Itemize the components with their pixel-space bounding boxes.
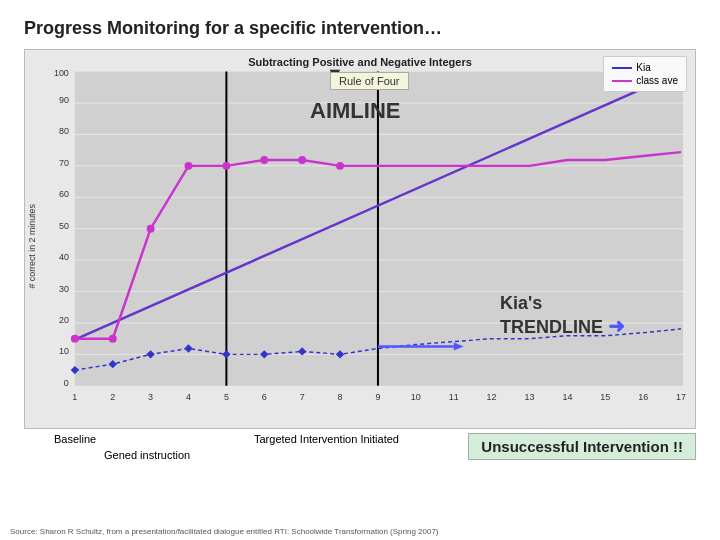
svg-text:6: 6 xyxy=(262,392,267,402)
gened-label: Gened instruction xyxy=(104,449,190,461)
svg-point-44 xyxy=(147,225,155,233)
legend-ave-line xyxy=(612,80,632,82)
unsuccessful-badge: Unsuccessful Intervention !! xyxy=(468,433,696,460)
page-container: Progress Monitoring for a specific inter… xyxy=(0,0,720,540)
svg-text:70: 70 xyxy=(59,158,69,168)
svg-text:60: 60 xyxy=(59,189,69,199)
aimline-label: AIMLINE xyxy=(310,98,400,124)
svg-text:0: 0 xyxy=(64,378,69,388)
svg-point-48 xyxy=(298,156,306,164)
svg-text:20: 20 xyxy=(59,315,69,325)
page-title: Progress Monitoring for a specific inter… xyxy=(24,18,696,39)
chart-area: Subtracting Positive and Negative Intege… xyxy=(24,49,696,429)
bottom-labels: Baseline Targeted Intervention Initiated… xyxy=(24,431,696,481)
svg-text:4: 4 xyxy=(186,392,191,402)
legend-ave-label: class ave xyxy=(636,75,678,86)
legend-kia-label: Kia xyxy=(636,62,650,73)
svg-text:9: 9 xyxy=(375,392,380,402)
svg-text:50: 50 xyxy=(59,221,69,231)
svg-text:90: 90 xyxy=(59,95,69,105)
svg-text:3: 3 xyxy=(148,392,153,402)
rule-of-four-label: Rule of Four xyxy=(330,72,409,90)
svg-text:11: 11 xyxy=(449,392,459,402)
svg-text:1: 1 xyxy=(72,392,77,402)
svg-point-49 xyxy=(336,162,344,170)
targeted-label: Targeted Intervention Initiated xyxy=(254,433,399,445)
svg-text:7: 7 xyxy=(300,392,305,402)
legend-kia: Kia xyxy=(612,62,678,73)
svg-text:10: 10 xyxy=(411,392,421,402)
svg-text:12: 12 xyxy=(487,392,497,402)
svg-point-43 xyxy=(109,335,117,343)
legend: Kia class ave xyxy=(603,56,687,92)
svg-text:2: 2 xyxy=(110,392,115,402)
svg-text:80: 80 xyxy=(59,126,69,136)
svg-text:30: 30 xyxy=(59,284,69,294)
trendline-label: Kia'sTRENDLINE ➜ xyxy=(500,293,625,338)
svg-text:# correct in 2 minutes: # correct in 2 minutes xyxy=(27,204,37,289)
svg-point-45 xyxy=(185,162,193,170)
svg-point-42 xyxy=(71,335,79,343)
svg-text:5: 5 xyxy=(224,392,229,402)
legend-kia-line xyxy=(612,67,632,69)
chart-wrapper: Subtracting Positive and Negative Intege… xyxy=(24,49,696,434)
svg-text:40: 40 xyxy=(59,252,69,262)
svg-text:14: 14 xyxy=(562,392,572,402)
svg-text:15: 15 xyxy=(600,392,610,402)
svg-text:17: 17 xyxy=(676,392,686,402)
source-text: Source: Sharon R Schultz, from a present… xyxy=(10,527,710,536)
svg-text:10: 10 xyxy=(59,346,69,356)
svg-point-46 xyxy=(222,162,230,170)
legend-class-ave: class ave xyxy=(612,75,678,86)
svg-text:8: 8 xyxy=(338,392,343,402)
svg-text:100: 100 xyxy=(54,68,69,78)
svg-text:13: 13 xyxy=(525,392,535,402)
svg-text:16: 16 xyxy=(638,392,648,402)
svg-point-47 xyxy=(260,156,268,164)
baseline-label: Baseline xyxy=(54,433,96,445)
